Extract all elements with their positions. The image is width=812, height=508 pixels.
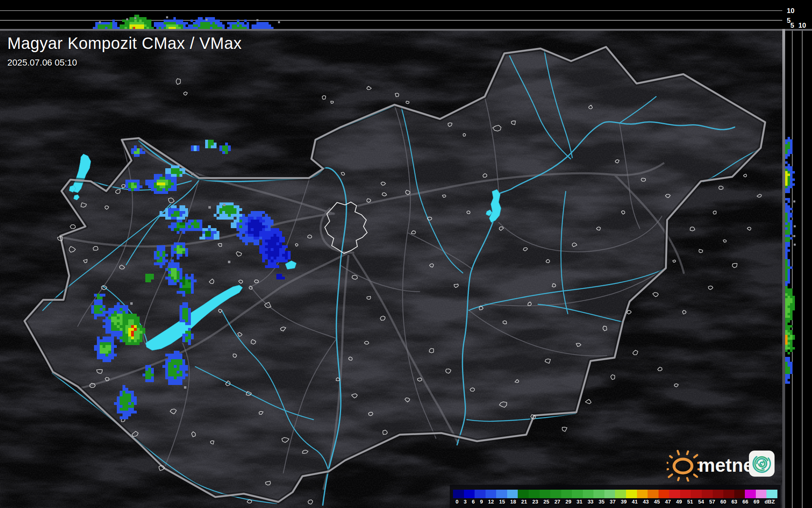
colorbar-label: 35 — [596, 499, 607, 505]
colorbar-swatch-23 — [540, 490, 551, 498]
colorbar-label: 54 — [696, 499, 707, 505]
sun-icon — [667, 451, 701, 481]
colorbar-label: 60 — [718, 499, 729, 505]
colorbar-swatch-39 — [626, 490, 637, 498]
colorbar-label: 49 — [674, 499, 685, 505]
colorbar-label: 31 — [574, 499, 585, 505]
colorbar-label: 0 — [453, 499, 461, 505]
colorbar-label: 27 — [552, 499, 563, 505]
colorbar-swatch-35 — [604, 490, 615, 498]
colorbar-label: 47 — [663, 499, 674, 505]
colorbar-swatch-21 — [529, 490, 540, 498]
right-profile-panel — [785, 0, 812, 508]
radar-map: 510510 — [0, 0, 812, 508]
metnet-logo: metnet — [667, 447, 777, 482]
colorbar-swatch-0 — [453, 490, 464, 498]
colorbar-label: 41 — [629, 499, 640, 505]
colorbar-swatch-43 — [648, 490, 659, 498]
colorbar-swatch-57 — [713, 490, 724, 498]
colorbar-swatch-49 — [680, 490, 691, 498]
colorbar-label: 57 — [707, 499, 718, 505]
top-profile-panel — [0, 0, 785, 29]
right-panel-ground-line — [782, 29, 785, 508]
colorbar-label: dBZ — [762, 499, 777, 505]
colorbar-swatch-29 — [572, 490, 583, 498]
colorbar-swatch-66 — [745, 490, 756, 498]
metnet-logo-graphic: metnet — [667, 447, 777, 482]
colorbar-label: 3 — [461, 499, 469, 505]
colorbar-swatch-9 — [486, 490, 497, 498]
colorbar-swatches — [453, 490, 777, 498]
colorbar-swatch-31 — [583, 490, 594, 498]
colorbar-label: 51 — [685, 499, 696, 505]
colorbar-swatch-12 — [496, 490, 507, 498]
colorbar-swatch-dBZ — [766, 490, 777, 498]
axis-tick-label: 5 — [790, 22, 794, 29]
colorbar-swatch-69 — [756, 490, 767, 498]
colorbar-swatch-15 — [507, 490, 518, 498]
colorbar-label: 6 — [469, 499, 477, 505]
colorbar-label: 69 — [751, 499, 762, 505]
metnet-app-icon — [749, 451, 775, 477]
axis-tick-label: 10 — [799, 22, 806, 29]
colorbar-label: 21 — [519, 499, 530, 505]
colorbar-label: 29 — [563, 499, 574, 505]
colorbar-label: 39 — [618, 499, 629, 505]
colorbar-swatch-3 — [464, 490, 475, 498]
colorbar-label: 15 — [497, 499, 508, 505]
axis-tick-label: 10 — [787, 7, 794, 15]
colorbar-swatch-45 — [659, 490, 670, 498]
colorbar-label: 66 — [740, 499, 751, 505]
dbz-colorbar: 0369121518212325272931333537394143454749… — [450, 485, 781, 508]
colorbar-swatch-47 — [669, 490, 680, 498]
colorbar-label: 23 — [530, 499, 541, 505]
colorbar-label: 63 — [729, 499, 740, 505]
colorbar-label: 37 — [607, 499, 618, 505]
colorbar-swatch-25 — [550, 490, 561, 498]
colorbar-swatch-51 — [691, 490, 702, 498]
colorbar-label: 43 — [640, 499, 651, 505]
colorbar-swatch-63 — [734, 490, 745, 498]
colorbar-label: 9 — [477, 499, 486, 505]
colorbar-swatch-37 — [615, 490, 626, 498]
radar-product-canvas: 510510 Magyar Kompozit CMax / VMax 2025.… — [0, 0, 812, 508]
colorbar-swatch-27 — [561, 490, 572, 498]
colorbar-swatch-33 — [593, 490, 604, 498]
colorbar-swatch-60 — [723, 490, 734, 498]
colorbar-swatch-54 — [702, 490, 713, 498]
colorbar-labels: 0369121518212325272931333537394143454749… — [453, 499, 777, 505]
colorbar-swatch-18 — [518, 490, 529, 498]
colorbar-label: 18 — [508, 499, 519, 505]
colorbar-swatch-41 — [637, 490, 648, 498]
colorbar-swatch-6 — [475, 490, 486, 498]
colorbar-label: 25 — [541, 499, 552, 505]
colorbar-label: 12 — [486, 499, 497, 505]
colorbar-label: 33 — [585, 499, 596, 505]
colorbar-label: 45 — [651, 499, 662, 505]
top-panel-ground-line — [0, 29, 812, 31]
